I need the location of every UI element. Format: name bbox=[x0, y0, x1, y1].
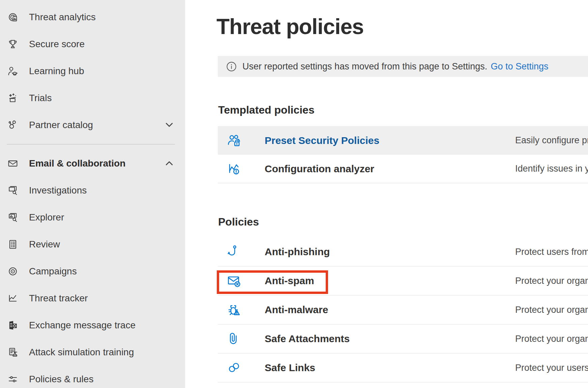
preset-security-policies-icon bbox=[226, 133, 242, 148]
anti-phishing-link[interactable]: Anti-phishing bbox=[265, 246, 330, 258]
sidebar-item-campaigns[interactable]: Campaigns bbox=[0, 258, 185, 285]
threat-tracker-icon bbox=[7, 292, 19, 304]
sidebar-item-review[interactable]: Review bbox=[0, 231, 185, 258]
row-description: Protect users from p bbox=[515, 247, 588, 257]
row-description: Protect your organiz bbox=[515, 334, 588, 344]
sidebar-item-label: Exchange message trace bbox=[29, 320, 136, 331]
sidebar-item-learning-hub[interactable]: Learning hub bbox=[0, 58, 185, 85]
sidebar-item-label: Trials bbox=[29, 93, 52, 103]
partner-catalog-icon bbox=[7, 119, 19, 131]
page-title: Threat policies bbox=[216, 14, 364, 39]
sidebar-item-label: Email & collaboration bbox=[29, 158, 125, 169]
configuration-analyzer-icon bbox=[226, 161, 242, 177]
anti-spam-icon bbox=[226, 273, 242, 289]
row-safe-attachments[interactable]: Safe Attachments Protect your organiz bbox=[218, 325, 588, 354]
row-description: Protect your organiz bbox=[515, 276, 588, 286]
banner-message: User reported settings has moved from th… bbox=[242, 61, 487, 72]
explorer-icon bbox=[7, 211, 19, 223]
sidebar-item-exchange-message-trace[interactable]: Exchange message trace bbox=[0, 312, 185, 339]
safe-links-link[interactable]: Safe Links bbox=[265, 362, 315, 374]
templated-policies-heading: Templated policies bbox=[218, 104, 315, 116]
trials-icon bbox=[7, 92, 19, 104]
preset-security-policies-link[interactable]: Preset Security Policies bbox=[265, 135, 379, 146]
anti-phishing-icon bbox=[226, 244, 242, 260]
row-safe-links[interactable]: Safe Links Protect your users fr bbox=[218, 354, 588, 383]
sidebar-item-label: Policies & rules bbox=[29, 374, 93, 385]
review-icon bbox=[7, 238, 19, 250]
sidebar-item-label: Threat tracker bbox=[29, 293, 88, 304]
sidebar-item-label: Learning hub bbox=[29, 66, 84, 77]
exchange-icon bbox=[7, 319, 19, 331]
sidebar-item-investigations[interactable]: Investigations bbox=[0, 177, 185, 204]
sidebar-item-label: Threat analytics bbox=[29, 12, 96, 23]
threat-analytics-icon bbox=[7, 11, 19, 23]
row-anti-spam[interactable]: Anti-spam Protect your organiz bbox=[218, 267, 588, 296]
sidebar-item-label: Investigations bbox=[29, 185, 87, 196]
email-icon bbox=[7, 157, 19, 170]
anti-malware-icon bbox=[226, 302, 242, 318]
campaigns-icon bbox=[7, 265, 19, 277]
chevron-down-icon bbox=[164, 120, 174, 130]
sidebar-item-threat-analytics[interactable]: Threat analytics bbox=[0, 4, 185, 31]
configuration-analyzer-link[interactable]: Configuration analyzer bbox=[265, 163, 374, 175]
sidebar-item-label: Campaigns bbox=[29, 266, 77, 277]
policies-heading: Policies bbox=[218, 216, 259, 228]
sidebar-item-trials[interactable]: Trials bbox=[0, 85, 185, 112]
info-banner: User reported settings has moved from th… bbox=[218, 56, 588, 77]
go-to-settings-link[interactable]: Go to Settings bbox=[491, 61, 548, 72]
sidebar-item-label: Partner catalog bbox=[29, 120, 93, 130]
threat-policies-page: Threat analytics Secure score Learning h… bbox=[0, 0, 588, 388]
safe-links-icon bbox=[226, 360, 242, 376]
sidebar-item-label: Explorer bbox=[29, 212, 64, 223]
row-description: Easily configure prot bbox=[515, 135, 588, 146]
safe-attachments-icon bbox=[226, 331, 242, 347]
policies-rules-icon bbox=[7, 373, 19, 385]
sidebar: Threat analytics Secure score Learning h… bbox=[0, 0, 185, 388]
sidebar-item-threat-tracker[interactable]: Threat tracker bbox=[0, 285, 185, 312]
sidebar-divider bbox=[7, 144, 175, 145]
templated-policies-list: Preset Security Policies Easily configur… bbox=[218, 126, 588, 183]
secure-score-icon bbox=[7, 38, 19, 50]
row-description: Identify issues in you bbox=[515, 163, 588, 174]
sidebar-item-attack-simulation-training[interactable]: Attack simulation training bbox=[0, 339, 185, 366]
info-icon bbox=[226, 61, 237, 72]
sidebar-item-policies-rules[interactable]: Policies & rules bbox=[0, 366, 185, 388]
sidebar-item-email-collaboration[interactable]: Email & collaboration bbox=[0, 150, 185, 177]
row-description: Protect your users fr bbox=[515, 363, 588, 373]
row-description: Protect your organiz bbox=[515, 305, 588, 315]
sidebar-item-partner-catalog[interactable]: Partner catalog bbox=[0, 112, 185, 139]
sidebar-item-label: Review bbox=[29, 239, 60, 250]
investigations-icon bbox=[7, 184, 19, 197]
anti-spam-link[interactable]: Anti-spam bbox=[265, 275, 314, 287]
safe-attachments-link[interactable]: Safe Attachments bbox=[265, 333, 350, 345]
sidebar-item-label: Secure score bbox=[29, 39, 85, 50]
policies-list: Anti-phishing Protect users from p Anti-… bbox=[218, 238, 588, 383]
row-anti-malware[interactable]: Anti-malware Protect your organiz bbox=[218, 296, 588, 325]
anti-malware-link[interactable]: Anti-malware bbox=[265, 304, 328, 316]
sidebar-item-explorer[interactable]: Explorer bbox=[0, 204, 185, 231]
sidebar-item-label: Attack simulation training bbox=[29, 347, 134, 358]
attack-simulation-icon bbox=[7, 346, 19, 358]
row-preset-security-policies[interactable]: Preset Security Policies Easily configur… bbox=[218, 126, 588, 155]
learning-hub-icon bbox=[7, 65, 19, 77]
row-configuration-analyzer[interactable]: Configuration analyzer Identify issues i… bbox=[218, 155, 588, 183]
sidebar-item-secure-score[interactable]: Secure score bbox=[0, 31, 185, 58]
row-anti-phishing[interactable]: Anti-phishing Protect users from p bbox=[218, 238, 588, 267]
main-content: Threat policies User reported settings h… bbox=[185, 0, 588, 388]
chevron-up-icon bbox=[164, 158, 174, 169]
